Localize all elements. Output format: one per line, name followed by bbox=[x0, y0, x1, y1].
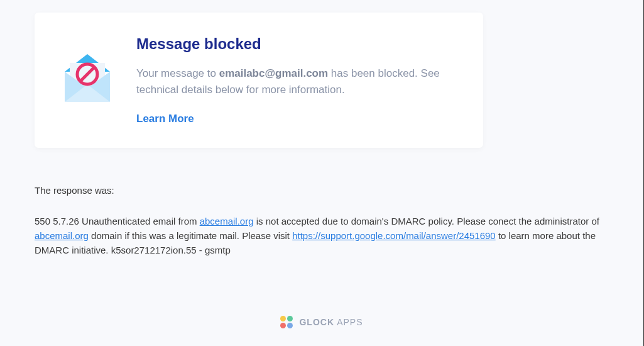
message-blocked-card: Message blocked Your message to emailabc… bbox=[35, 13, 483, 148]
logo-text: GLOCK APPS bbox=[299, 317, 363, 327]
card-title: Message blocked bbox=[136, 35, 458, 53]
footer-logo: GLOCK APPS bbox=[0, 316, 643, 328]
response-text: 550 5.7.26 Unauthenticated email from ab… bbox=[35, 214, 609, 258]
blocked-email: emailabc@gmail.com bbox=[219, 67, 328, 79]
response-mid1: is not accepted due to domain's DMARC po… bbox=[254, 216, 599, 226]
domain-link-2[interactable]: abcemail.org bbox=[35, 230, 89, 241]
learn-more-link[interactable]: Learn More bbox=[136, 113, 194, 125]
response-block: The response was: 550 5.7.26 Unauthentic… bbox=[35, 183, 609, 258]
brand-light: APPS bbox=[334, 317, 363, 327]
desc-prefix: Your message to bbox=[136, 67, 219, 79]
response-label: The response was: bbox=[35, 183, 609, 198]
card-description: Your message to emailabc@gmail.com has b… bbox=[136, 65, 458, 99]
card-content: Message blocked Your message to emailabc… bbox=[136, 35, 458, 125]
envelope-blocked-icon bbox=[57, 35, 117, 107]
support-link[interactable]: https://support.google.com/mail/answer/2… bbox=[292, 230, 496, 241]
logo-dots-icon bbox=[280, 316, 293, 328]
domain-link-1[interactable]: abcemail.org bbox=[200, 216, 254, 226]
response-code-prefix: 550 5.7.26 Unauthenticated email from bbox=[35, 216, 200, 226]
response-mid2: domain if this was a legitimate mail. Pl… bbox=[89, 230, 292, 241]
brand-bold: GLOCK bbox=[299, 317, 334, 327]
